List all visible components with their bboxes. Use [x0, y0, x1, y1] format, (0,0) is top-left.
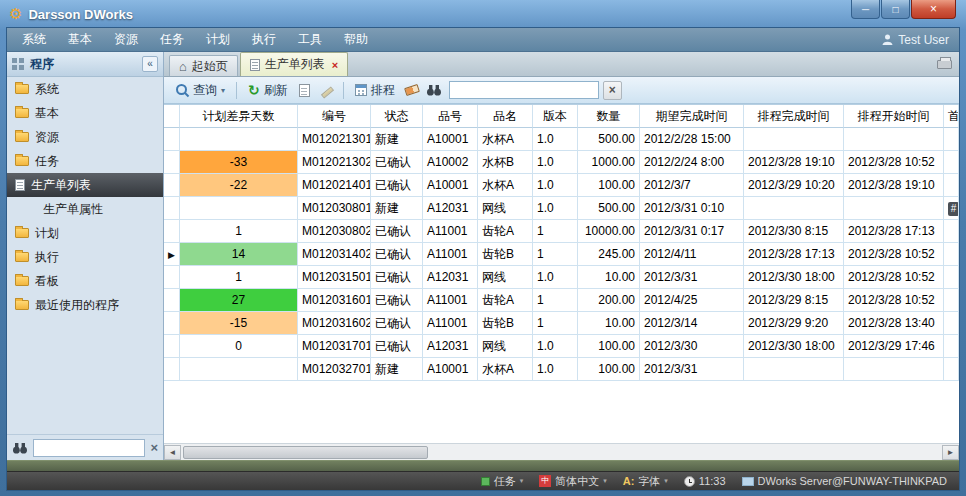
table-row[interactable]: 1M012030802已确认A11001齿轮A110000.002012/3/3… [164, 220, 959, 243]
sidebar-item-0[interactable]: 系统 [7, 77, 163, 101]
scrollbar-thumb[interactable] [183, 446, 428, 459]
menu-item-2[interactable]: 资源 [103, 28, 149, 51]
toolbar-separator [343, 82, 344, 99]
cell-status: 已确认 [371, 335, 423, 358]
close-button[interactable]: × [911, 0, 956, 19]
cell-code: M012031601 [298, 289, 371, 312]
column-header-2[interactable]: 状态 [371, 105, 423, 128]
cell-send: 2012/3/30 18:00 [744, 335, 844, 358]
font-menu[interactable]: A: 字体 ▾ [623, 474, 668, 489]
cell-exp: 2012/2/24 8:00 [640, 151, 744, 174]
sidebar-item-1[interactable]: 基本 [7, 101, 163, 125]
table-row[interactable]: M012030801新建A12031网线1.0500.002012/3/31 0… [164, 197, 959, 220]
table-row[interactable]: 0M012031701已确认A12031网线1.0100.002012/3/30… [164, 335, 959, 358]
table-row[interactable]: -33M012021302已确认A10002水杯B1.01000.002012/… [164, 151, 959, 174]
scroll-left-button[interactable]: ◄ [164, 445, 181, 460]
query-button[interactable]: 查询 ▾ [170, 80, 230, 101]
find-button[interactable] [424, 80, 444, 100]
column-header-4[interactable]: 品名 [478, 105, 533, 128]
menu-item-4[interactable]: 计划 [195, 28, 241, 51]
horizontal-scrollbar[interactable]: ◄ ► [164, 443, 959, 460]
sidebar-item-3[interactable]: 任务 [7, 149, 163, 173]
cell-extra [944, 220, 959, 243]
cell-sstart [844, 128, 944, 151]
cell-ver: 1.0 [533, 197, 578, 220]
chevron-down-icon: ▾ [221, 86, 225, 95]
cell-ver: 1 [533, 220, 578, 243]
eraser-button[interactable] [402, 80, 422, 100]
column-header-1[interactable]: 编号 [298, 105, 371, 128]
cell-code: M012031602 [298, 312, 371, 335]
cell-diff: -33 [180, 151, 298, 174]
cell-qty: 100.00 [578, 358, 640, 381]
cell-diff: 0 [180, 335, 298, 358]
table-row[interactable]: -22M012021401已确认A10001水杯A1.0100.002012/3… [164, 174, 959, 197]
sidebar-item-8[interactable]: 看板 [7, 269, 163, 293]
scroll-right-button[interactable]: ► [942, 445, 959, 460]
sidebar-item-4[interactable]: 生产单列表 [7, 173, 163, 197]
column-header-9[interactable]: 排程开始时间 [844, 105, 944, 128]
sidebar-item-5[interactable]: 生产单属性 [7, 197, 163, 221]
menu-item-1[interactable]: 基本 [57, 28, 103, 51]
column-header-3[interactable]: 品号 [423, 105, 478, 128]
column-header-8[interactable]: 排程完成时间 [744, 105, 844, 128]
task-menu[interactable]: 任务 ▾ [481, 474, 524, 489]
menu-item-7[interactable]: 帮助 [333, 28, 379, 51]
cell-exp: 2012/3/31 0:17 [640, 220, 744, 243]
column-header-5[interactable]: 版本 [533, 105, 578, 128]
toolbar-search-input[interactable] [449, 81, 599, 99]
minimize-button[interactable]: ─ [851, 0, 880, 19]
tab-close-icon[interactable]: × [332, 59, 338, 71]
user-box[interactable]: Test User [882, 33, 955, 47]
column-header-7[interactable]: 期望完成时间 [640, 105, 744, 128]
sidebar-item-6[interactable]: 计划 [7, 221, 163, 245]
column-header-partial[interactable]: 首 [944, 105, 959, 128]
new-button[interactable] [295, 80, 315, 100]
cell-code: M012031501 [298, 266, 371, 289]
schedule-button[interactable]: 排程 [350, 80, 400, 101]
refresh-button[interactable]: ↻ 刷新 [243, 80, 293, 101]
menu-item-3[interactable]: 任务 [149, 28, 195, 51]
cell-diff: -15 [180, 312, 298, 335]
sidebar-search-input[interactable] [33, 439, 145, 457]
note-badge: # [948, 202, 959, 216]
clear-search-button[interactable]: × [603, 81, 622, 100]
cell-name: 齿轮A [478, 289, 533, 312]
table-row[interactable]: 27M012031601已确认A11001齿轮A1200.002012/4/25… [164, 289, 959, 312]
menu-item-6[interactable]: 工具 [287, 28, 333, 51]
sidebar-item-9[interactable]: 最近使用的程序 [7, 293, 163, 317]
tab-0[interactable]: ⌂起始页 [169, 55, 238, 76]
table-header-row: 计划差异天数编号状态品号品名版本数量期望完成时间排程完成时间排程开始时间首 [164, 105, 959, 128]
table-row[interactable]: M012021301新建A10001水杯A1.0500.002012/2/28 … [164, 128, 959, 151]
table-row[interactable]: ▶14M012031402已确认A11001齿轮B1245.002012/4/1… [164, 243, 959, 266]
sidebar-search-clear-icon[interactable]: × [150, 440, 158, 455]
cell-send: 2012/3/29 10:20 [744, 174, 844, 197]
cell-sstart: 2012/3/28 10:52 [844, 266, 944, 289]
cell-part: A12031 [423, 266, 478, 289]
cell-diff [180, 128, 298, 151]
cell-sstart [844, 197, 944, 220]
sidebar-item-2[interactable]: 资源 [7, 125, 163, 149]
maximize-button[interactable]: □ [881, 0, 910, 19]
language-menu-label: 简体中文 [555, 474, 599, 489]
row-selector [164, 335, 180, 358]
titlebar[interactable]: ⚙ Darsson DWorks ─ □ × [0, 0, 966, 28]
tab-1[interactable]: 生产单列表× [240, 52, 348, 76]
table-row[interactable]: 1M012031501已确认A12031网线1.010.002012/3/312… [164, 266, 959, 289]
menu-item-0[interactable]: 系统 [11, 28, 57, 51]
eraser-icon [404, 84, 420, 96]
language-menu[interactable]: 中 简体中文 ▾ [539, 474, 607, 489]
sidebar-collapse-button[interactable]: « [142, 56, 158, 72]
table-row[interactable]: M012032701新建A10001水杯A1.0100.002012/3/31 [164, 358, 959, 381]
table-row[interactable]: -15M012031602已确认A11001齿轮B110.002012/3/14… [164, 312, 959, 335]
column-header-6[interactable]: 数量 [578, 105, 640, 128]
menu-item-5[interactable]: 执行 [241, 28, 287, 51]
cell-diff: 1 [180, 220, 298, 243]
column-header-0[interactable]: 计划差异天数 [180, 105, 298, 128]
edit-button[interactable] [317, 80, 337, 100]
cell-name: 水杯A [478, 174, 533, 197]
printer-icon[interactable] [937, 60, 952, 69]
sidebar-item-7[interactable]: 执行 [7, 245, 163, 269]
server-name: DWorks Server@FUNWAY-THINKPAD [758, 475, 947, 487]
chevron-down-icon: ▾ [664, 477, 668, 485]
